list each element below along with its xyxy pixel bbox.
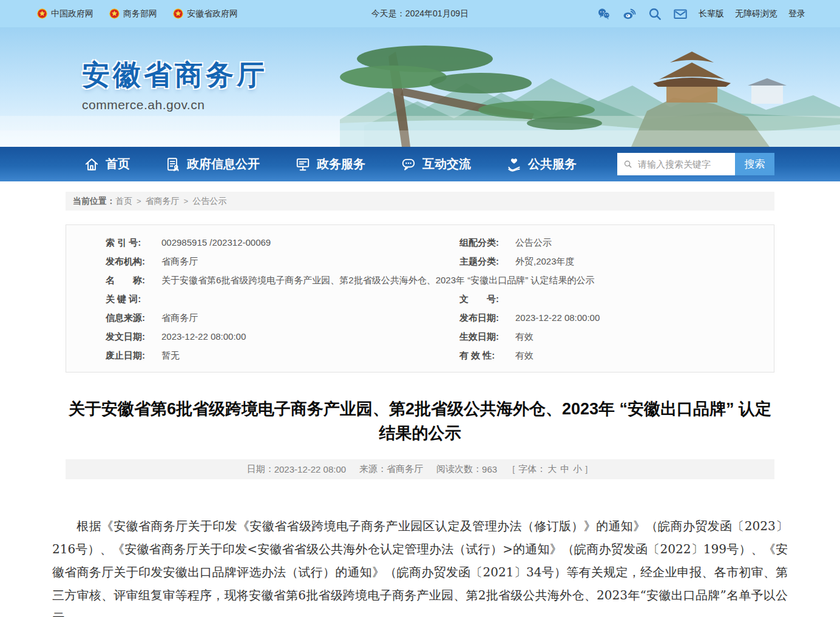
breadcrumb-separator: > xyxy=(137,197,141,206)
font-size-suffix: ］ xyxy=(584,464,593,475)
chat-icon xyxy=(401,157,416,172)
meta-value-index-no: 002985915 /202312-00069 xyxy=(161,236,271,249)
accessibility-link[interactable]: 无障碍浏览 xyxy=(735,8,777,19)
hand-heart-icon xyxy=(506,157,522,172)
meta-value-category: 公告公示 xyxy=(515,236,552,249)
nav-item-gov-info[interactable]: 政府信息公开 xyxy=(165,156,260,172)
article-body: 根据《安徽省商务厅关于印发《安徽省省级跨境电子商务产业园区认定及管理办法（修订版… xyxy=(52,514,788,617)
nav-item-services[interactable]: 政务服务 xyxy=(295,156,365,172)
meta-label-topic: 主题分类: xyxy=(459,255,509,268)
meta-label-issue-date: 发文日期: xyxy=(106,330,155,343)
nav-label: 公共服务 xyxy=(528,156,577,172)
meta-value-issuer: 省商务厅 xyxy=(161,255,198,268)
meta-row: 索 引 号:002985915 /202312-00069 组配分类:公告公示 xyxy=(66,233,774,252)
font-size-medium-button[interactable]: 中 xyxy=(560,464,569,475)
meta-row-name: 名 称:关于安徽省第6批省级跨境电子商务产业园、第2批省级公共海外仓、2023年… xyxy=(66,271,774,289)
gov-info-icon xyxy=(165,157,181,172)
top-utility-bar: 中国政府网 商务部网 安徽省政府网 今天是：2024年01月09日 xyxy=(0,0,840,27)
magnifier-icon xyxy=(623,158,632,170)
page: 中国政府网 商务部网 安徽省政府网 今天是：2024年01月09日 xyxy=(0,0,840,617)
date-label: 日期： xyxy=(247,464,274,475)
monitor-icon xyxy=(295,157,311,172)
site-link-label: 安徽省政府网 xyxy=(187,8,238,19)
site-link-label: 商务部网 xyxy=(123,8,157,19)
source-label: 来源： xyxy=(359,464,387,475)
meta-value-publish-date: 2023-12-22 08:00:00 xyxy=(515,311,600,324)
link-anhui-gov[interactable]: 安徽省政府网 xyxy=(173,8,238,19)
meta-label-doc-no: 文 号: xyxy=(459,292,509,305)
article-info-bar: 日期：2023-12-22 08:00 来源：省商务厅 阅读次数：963 ［ 字… xyxy=(66,459,774,479)
meta-value-topic: 外贸,2023年度 xyxy=(515,255,575,268)
breadcrumb: 当前位置： 首页 > 省商务厅 > 公告公示 xyxy=(66,192,774,211)
topbar-tools: 长辈版 无障碍浏览 登录 xyxy=(469,7,805,21)
nav-label: 首页 xyxy=(106,156,130,172)
nav-item-home[interactable]: 首页 xyxy=(84,156,130,172)
breadcrumb-label: 当前位置： xyxy=(73,196,115,207)
meta-label-effective-date: 生效日期: xyxy=(459,330,509,343)
search-button[interactable]: 搜索 xyxy=(735,153,774,175)
breadcrumb-notices[interactable]: 公告公示 xyxy=(192,196,226,207)
meta-label-repeal-date: 废止日期: xyxy=(106,349,155,362)
meta-row: 关 键 词: 文 号: xyxy=(66,289,774,308)
meta-value-effective-date: 有效 xyxy=(515,330,533,343)
meta-value-name: 关于安徽省第6批省级跨境电子商务产业园、第2批省级公共海外仓、2023年 “安徽… xyxy=(161,274,594,286)
meta-row: 信息来源:省商务厅 发布日期:2023-12-22 08:00:00 xyxy=(66,308,774,327)
main-navigation: 首页 政府信息公开 政务服务 互动交流 公共服务 xyxy=(0,147,840,181)
national-emblem-icon xyxy=(173,8,183,19)
views-value: 963 xyxy=(482,464,497,474)
meta-label-category: 组配分类: xyxy=(459,236,509,249)
font-size-large-button[interactable]: 大 xyxy=(547,464,557,475)
site-search: 搜索 xyxy=(617,153,774,175)
nav-label: 互动交流 xyxy=(422,156,471,172)
site-logo[interactable]: 安徽省商务厅 commerce.ah.gov.cn xyxy=(82,56,268,112)
search-input[interactable] xyxy=(637,158,730,170)
national-emblem-icon xyxy=(109,8,120,19)
meta-label-index-no: 索 引 号: xyxy=(106,236,155,249)
site-link-label: 中国政府网 xyxy=(51,8,93,19)
search-icon[interactable] xyxy=(648,7,662,21)
views-label: 阅读次数： xyxy=(436,464,482,475)
gov-site-links: 中国政府网 商务部网 安徽省政府网 xyxy=(35,8,371,19)
meta-row: 发文日期:2023-12-22 08:00:00 生效日期:有效 xyxy=(66,327,774,346)
meta-label-publish-date: 发布日期: xyxy=(459,311,509,324)
meta-label-validity: 有 效 性: xyxy=(459,349,509,362)
site-name: 安徽省商务厅 xyxy=(82,56,268,94)
login-link[interactable]: 登录 xyxy=(788,8,805,19)
meta-row: 废止日期:暂无 有 效 性:有效 xyxy=(66,346,774,365)
meta-value-validity: 有效 xyxy=(515,349,533,362)
date-value: 2023-12-22 08:00 xyxy=(274,464,346,474)
meta-label-issuer: 发布机构: xyxy=(106,255,155,268)
meta-label-keywords: 关 键 词: xyxy=(106,292,155,305)
font-size-small-button[interactable]: 小 xyxy=(573,464,582,475)
meta-label-source: 信息来源: xyxy=(106,311,155,324)
national-emblem-icon xyxy=(37,8,47,19)
search-input-box xyxy=(617,153,735,175)
link-mofcom[interactable]: 商务部网 xyxy=(109,8,157,19)
site-banner: 安徽省商务厅 commerce.ah.gov.cn xyxy=(0,27,840,147)
nav-item-interaction[interactable]: 互动交流 xyxy=(401,156,471,172)
breadcrumb-home[interactable]: 首页 xyxy=(115,196,132,207)
elder-version-link[interactable]: 长辈版 xyxy=(699,8,724,19)
meta-value-repeal-date: 暂无 xyxy=(161,349,180,362)
font-size-prefix: ［ 字体： xyxy=(507,464,546,475)
nav-label: 政府信息公开 xyxy=(187,156,260,172)
weibo-icon[interactable] xyxy=(622,7,637,21)
meta-row: 发布机构:省商务厅 主题分类:外贸,2023年度 xyxy=(66,252,774,271)
home-icon xyxy=(84,157,100,172)
current-date-text: 今天是：2024年01月09日 xyxy=(371,8,469,19)
source-value: 省商务厅 xyxy=(387,464,423,475)
link-china-gov[interactable]: 中国政府网 xyxy=(37,8,93,19)
meta-value-issue-date: 2023-12-22 08:00:00 xyxy=(161,330,246,343)
article-paragraph: 根据《安徽省商务厅关于印发《安徽省省级跨境电子商务产业园区认定及管理办法（修订版… xyxy=(52,514,788,617)
site-domain: commerce.ah.gov.cn xyxy=(82,98,268,112)
wechat-icon[interactable] xyxy=(597,7,611,21)
meta-label-name: 名 称: xyxy=(106,274,155,286)
nav-label: 政务服务 xyxy=(317,156,365,172)
document-metadata-table: 索 引 号:002985915 /202312-00069 组配分类:公告公示 … xyxy=(66,224,774,373)
article-title: 关于安徽省第6批省级跨境电子商务产业园、第2批省级公共海外仓、2023年 “安徽… xyxy=(66,397,774,445)
breadcrumb-separator: > xyxy=(184,197,189,206)
meta-value-source: 省商务厅 xyxy=(161,311,198,324)
nav-item-public-service[interactable]: 公共服务 xyxy=(506,156,577,172)
breadcrumb-department[interactable]: 省商务厅 xyxy=(146,196,180,207)
mail-icon[interactable] xyxy=(673,7,688,21)
